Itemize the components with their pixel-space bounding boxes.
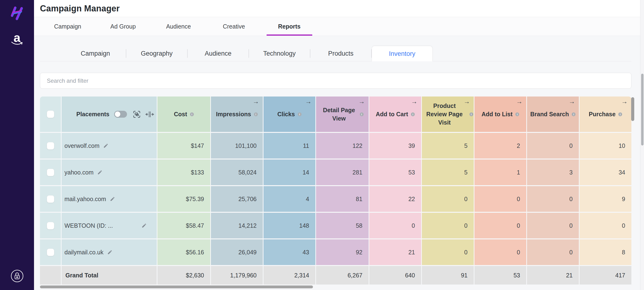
table-vertical-scrollbar[interactable] [631,97,634,121]
grand-total-product-review-page-visit: 91 [422,266,474,285]
info-icon[interactable] [470,112,473,116]
info-icon[interactable] [515,112,519,116]
column-header-product-review-page-visit[interactable]: Product Review Page Visit [422,96,474,132]
open-column-arrow-icon[interactable] [252,98,259,105]
row-checkbox[interactable] [47,169,54,176]
grand-total-label: Grand Total [62,266,157,285]
search-bar [40,73,632,89]
tab-audience[interactable]: Audience [151,17,206,36]
column-header-impressions[interactable]: Impressions [211,96,263,132]
placement-cell[interactable]: WEBTOON (ID: ... [62,213,157,238]
product-review-page-visit-cell: 5 [422,133,474,159]
impressions-cell: 14,212 [211,213,263,238]
detail-page-view-cell: 81 [316,186,368,212]
info-icon[interactable] [254,112,258,116]
cost-cell: $147 [158,133,210,159]
placement-cell[interactable]: overwolf.com [62,133,157,159]
edit-icon[interactable] [110,196,115,202]
impressions-cell: 25,706 [211,186,263,212]
search-input[interactable] [40,73,632,89]
edit-icon[interactable] [97,170,102,175]
page-title: Campaign Manager [40,3,120,13]
select-all-checkbox[interactable] [47,111,54,118]
column-header-purchase[interactable]: Purchase [580,96,632,132]
main-area: Campaign Manager Campaign Ad Group Audie… [34,0,644,290]
page-scrollbar-thumb[interactable] [641,74,644,145]
grand-total-detail-page-view: 6,267 [316,266,368,285]
tab-reports[interactable]: Reports [262,17,317,36]
amazon-smile-icon [11,41,23,46]
grand-total-add-to-list: 53 [474,266,526,285]
table-horizontal-scrollbar[interactable] [40,286,313,288]
info-icon[interactable] [618,112,622,116]
open-column-arrow-icon[interactable] [516,98,522,105]
open-column-arrow-icon[interactable] [568,98,575,105]
grand-total-add-to-cart: 640 [369,266,421,285]
purchase-cell: 8 [580,239,632,265]
grand-total-cost: $2,630 [158,266,210,285]
placement-cell[interactable]: mail.yahoo.com [62,186,157,212]
row-checkbox[interactable] [47,222,54,229]
edit-icon[interactable] [142,223,147,228]
header-checkbox-cell [40,96,61,132]
info-icon[interactable] [190,112,194,116]
lock-icon[interactable] [10,269,24,284]
column-header-add-to-cart[interactable]: Add to Cart [369,96,421,132]
brand-search-cell: 3 [527,160,579,185]
column-resize-icon[interactable] [145,111,154,118]
subtab-geography[interactable]: Geography [126,46,187,61]
info-icon[interactable] [360,112,364,116]
edit-icon[interactable] [107,250,112,255]
tab-ad-group[interactable]: Ad Group [95,17,151,36]
impressions-cell: 101,100 [211,133,263,159]
inventory-table: Placements [40,96,632,285]
tab-creative[interactable]: Creative [206,17,262,36]
subtab-campaign[interactable]: Campaign [65,46,126,61]
merge-cells-icon[interactable] [133,110,141,118]
edit-icon[interactable] [103,143,108,148]
brand-search-cell: 0 [527,133,579,159]
brand-search-cell: 0 [527,186,579,212]
info-icon[interactable] [572,112,576,116]
placements-toggle[interactable] [114,111,127,118]
row-checkbox[interactable] [47,249,54,256]
add-to-cart-cell: 0 [369,213,421,238]
hive-logo[interactable] [8,4,26,22]
grand-total-purchase: 417 [580,266,632,285]
titlebar: Campaign Manager [34,0,644,17]
subtab-technology[interactable]: Technology [249,46,310,61]
add-to-list-cell: 1 [474,160,526,185]
purchase-cell: 9 [580,186,632,212]
column-header-brand-search[interactable]: Brand Search [527,96,579,132]
amazon-icon[interactable]: a [11,32,23,46]
impressions-cell: 26,049 [211,239,263,265]
clicks-cell: 148 [264,213,315,238]
impressions-cell: 58,024 [211,160,263,185]
open-column-arrow-icon[interactable] [411,98,417,105]
add-to-list-cell: 0 [474,186,526,212]
cost-cell: $56.16 [158,239,210,265]
row-checkbox[interactable] [47,195,54,203]
placement-cell[interactable]: yahoo.com [62,160,157,185]
open-column-arrow-icon[interactable] [464,98,470,105]
open-column-arrow-icon[interactable] [358,98,365,105]
detail-page-view-cell: 281 [316,160,368,185]
subtab-products[interactable]: Products [310,46,371,61]
column-header-clicks[interactable]: Clicks [264,96,315,132]
column-header-cost[interactable]: Cost [158,96,210,132]
detail-page-view-cell: 92 [316,239,368,265]
open-column-arrow-icon[interactable] [621,98,628,105]
info-icon[interactable] [411,112,415,116]
cost-cell: $58.47 [158,213,210,238]
row-checkbox[interactable] [47,142,54,150]
placement-cell[interactable]: dailymail.co.uk [62,239,157,265]
column-header-detail-page-view[interactable]: Detail Page View [316,96,368,132]
subtab-inventory[interactable]: Inventory [372,46,432,61]
subtab-audience[interactable]: Audience [188,46,248,61]
info-icon[interactable] [298,112,302,116]
detail-page-view-cell: 58 [316,213,368,238]
open-column-arrow-icon[interactable] [305,98,312,105]
tab-campaign[interactable]: Campaign [40,17,95,36]
column-header-add-to-list[interactable]: Add to List [474,96,526,132]
cost-cell: $133 [158,160,210,185]
